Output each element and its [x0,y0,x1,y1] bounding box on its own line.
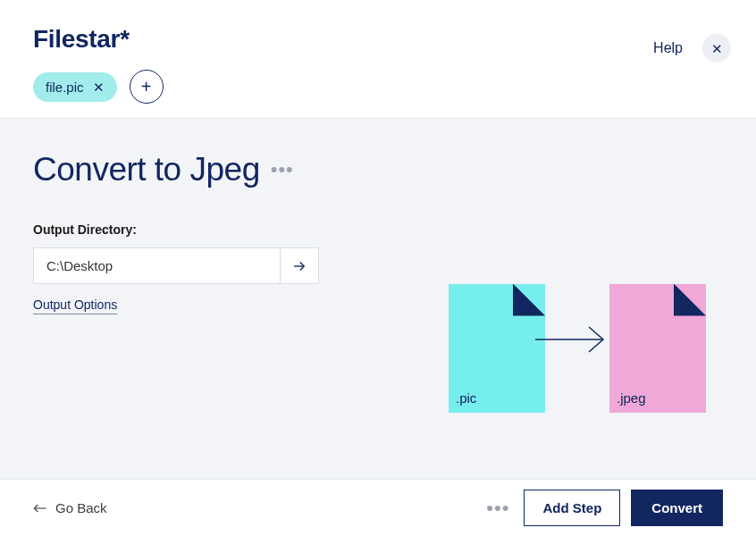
footer-bar: Go Back ••• Add Step Convert [0,479,756,536]
arrow-icon [545,327,609,352]
dest-ext-label: .jpeg [617,390,646,406]
header-right: Help ✕ [653,25,731,63]
output-dir-group [33,247,319,284]
header-left: Filestar* file.pic ✕ + [33,25,164,104]
source-ext-label: .pic [456,390,476,406]
browse-dir-button[interactable] [280,247,319,284]
title-more-icon[interactable]: ••• [271,160,294,180]
arrow-right-icon [291,258,307,274]
brand-logo: Filestar* [33,25,164,54]
remove-file-icon[interactable]: ✕ [93,80,105,94]
file-chip[interactable]: file.pic ✕ [33,72,117,102]
left-column: Convert to Jpeg ••• Output Directory: Ou… [33,151,319,479]
add-step-button[interactable]: Add Step [524,490,620,526]
file-chip-row: file.pic ✕ + [33,70,164,104]
source-file-tile: .pic [449,284,545,413]
footer-right: ••• Add Step Convert [486,490,723,526]
main-panel: Convert to Jpeg ••• Output Directory: Ou… [0,118,756,479]
conversion-diagram: .pic .jpeg [449,151,706,479]
output-dir-input[interactable] [33,247,280,284]
add-file-button[interactable]: + [130,70,164,104]
help-link[interactable]: Help [653,40,683,56]
file-chip-label: file.pic [46,80,84,95]
go-back-label: Go Back [55,500,107,515]
app-header: Filestar* file.pic ✕ + Help ✕ [0,0,756,118]
convert-button[interactable]: Convert [631,490,723,526]
close-icon: ✕ [711,42,723,55]
output-options-link[interactable]: Output Options [33,297,117,314]
close-button[interactable]: ✕ [702,34,731,63]
footer-more-icon[interactable]: ••• [486,498,509,518]
output-dir-label: Output Directory: [33,222,319,237]
back-arrow-icon [33,503,47,514]
page-title: Convert to Jpeg [33,151,260,188]
dest-file-tile: .jpeg [609,284,706,413]
go-back-button[interactable]: Go Back [33,500,107,515]
title-row: Convert to Jpeg ••• [33,151,319,188]
